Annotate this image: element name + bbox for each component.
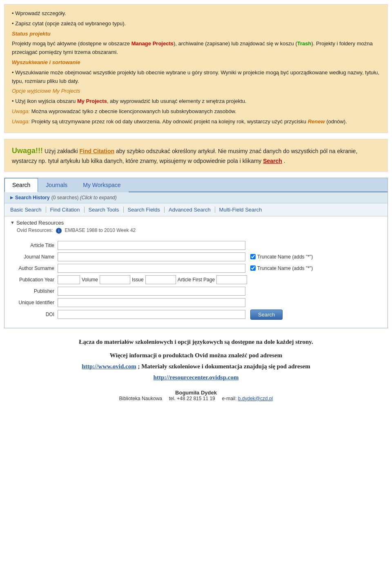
phone: tel. +48 22 815 11 19 xyxy=(169,396,215,401)
selected-resources-triangle: ▼ xyxy=(10,220,15,225)
author-truncate-checkbox[interactable] xyxy=(250,265,256,271)
renew-label: Renew xyxy=(308,118,325,125)
search-tools-link[interactable]: Search Tools xyxy=(85,207,124,213)
article-title-input[interactable] xyxy=(58,241,245,250)
wyszukiwanie-title: Wyszukiwanie i sortowanie xyxy=(12,58,380,67)
author-surname-input[interactable] xyxy=(58,264,245,273)
uwaga-paragraph: Uwaga!!! Użyj zakładki Find Citation aby… xyxy=(12,145,380,166)
footer-section: Bogumiła Dydek Biblioteka Naukowa tel. +… xyxy=(4,390,388,401)
volume-input[interactable] xyxy=(100,275,130,284)
pub-year-label: Publication Year xyxy=(13,277,58,283)
doi-input[interactable] xyxy=(58,310,245,319)
tab-bar: Search Journals My Workspace xyxy=(4,178,388,192)
info-line-2: • Zapisz cytat (opcje zależą od wybraneg… xyxy=(12,20,380,28)
trash-link: Trash xyxy=(297,40,312,47)
library-info: Biblioteka Naukowa tel. +48 22 815 11 19… xyxy=(4,396,388,401)
db-name: EMBASE 1988 to 2010 Week 42 xyxy=(65,227,136,233)
search-history-bar: ▶ Search History (0 searches) (Click to … xyxy=(4,192,388,203)
issue-label: Issue xyxy=(132,277,144,283)
search-history-label[interactable]: Search History xyxy=(15,195,50,201)
opcje-title: Opcje wyjściowe My Projects xyxy=(12,87,380,96)
publisher-input[interactable] xyxy=(58,287,245,296)
ovid-resources-line: Ovid Resources: i EMBASE 1988 to 2010 We… xyxy=(10,227,382,234)
unique-identifier-label: Unique Identifier xyxy=(13,300,58,305)
search-fields-link[interactable]: Search Fields xyxy=(124,207,165,213)
manage-projects-link: Manage Projects xyxy=(131,40,174,47)
tab-search[interactable]: Search xyxy=(4,178,38,192)
pub-year-row: Publication Year Volume Issue Article Fi… xyxy=(13,275,379,284)
uwaga-title: Uwaga!!! xyxy=(12,147,43,155)
author-name: Bogumiła Dydek xyxy=(4,390,388,396)
ovid-label: Ovid Resources: xyxy=(17,227,53,233)
status-text: Projekty mogą być aktywne (dostępne w ob… xyxy=(12,40,380,57)
publisher-label: Publisher xyxy=(13,288,58,294)
find-citation-form: Article Title Journal Name Truncate Name… xyxy=(4,238,388,328)
selected-resources-title: ▼ Selected Resources xyxy=(10,220,382,226)
search-history-expand: (Click to expand) xyxy=(78,195,116,201)
resourcecenter-link[interactable]: http://resourcecenter.ovidsp.com xyxy=(154,374,239,381)
advanced-search-link[interactable]: Advanced Search xyxy=(165,207,215,213)
find-citation-toolbar-link[interactable]: Find Citation xyxy=(46,207,85,213)
search-history-arrow: ▶ xyxy=(10,195,13,200)
info-line-1: • Wprowadź szczegóły. xyxy=(12,9,380,18)
article-first-page-input[interactable] xyxy=(216,275,247,284)
uwaga2-text: Uwaga: Projekty są utrzymywane przez rok… xyxy=(12,118,380,126)
search-btn-container: Search xyxy=(250,310,283,320)
info-box: • Wprowadź szczegóły. • Zapisz cytat (op… xyxy=(4,4,388,133)
search-toolbar: Basic Search Find Citation Search Tools … xyxy=(4,203,388,216)
pub-year-fields: Volume Issue Article First Page xyxy=(58,275,247,284)
search-history-count: (0 searches) xyxy=(51,195,79,201)
author-surname-label: Author Surname xyxy=(13,265,58,271)
journal-truncate-area: Truncate Name (adds "*") xyxy=(250,254,313,260)
journal-name-row: Journal Name Truncate Name (adds "*") xyxy=(13,252,379,261)
info-icon: i xyxy=(56,228,62,234)
selected-resources: ▼ Selected Resources Ovid Resources: i E… xyxy=(4,216,388,238)
uwaga-period: . xyxy=(284,158,285,164)
journal-name-input[interactable] xyxy=(58,252,245,261)
publisher-row: Publisher xyxy=(13,287,379,296)
library-name: Biblioteka Naukowa xyxy=(119,396,162,401)
email-link[interactable]: b.dydek@czd.pl xyxy=(238,396,273,401)
selected-resources-label: Selected Resources xyxy=(16,220,64,226)
issue-input[interactable] xyxy=(145,275,176,284)
search-link-uwaga[interactable]: Search xyxy=(263,158,282,164)
tab-journals[interactable]: Journals xyxy=(38,178,75,192)
pub-year-input[interactable] xyxy=(58,275,80,284)
uwaga1-text: Uwaga: Można wyprowadzać tylko z obecnie… xyxy=(12,107,380,116)
bottom-line2: Więcej informacji o produktach Ovid możn… xyxy=(4,350,388,383)
uwaga-box: Uwaga!!! Użyj zakładki Find Citation aby… xyxy=(4,139,388,172)
ovid-link[interactable]: http://www.ovid.com xyxy=(82,363,136,370)
author-truncate-area: Truncate Name (adds "*") xyxy=(250,265,313,271)
article-title-row: Article Title xyxy=(13,241,379,250)
multi-field-search-link[interactable]: Multi-Field Search xyxy=(215,207,266,213)
article-title-label: Article Title xyxy=(13,243,58,248)
search-button[interactable]: Search xyxy=(250,310,283,320)
bottom-section: Łącza do materiałów szkoleniowych i opcj… xyxy=(4,336,388,383)
doi-label: DOI xyxy=(13,312,58,317)
unique-identifier-input[interactable] xyxy=(58,298,245,307)
author-surname-row: Author Surname Truncate Name (adds "*") xyxy=(13,264,379,273)
journal-truncate-label: Truncate Name (adds "*") xyxy=(257,254,313,260)
doi-row: DOI Search xyxy=(13,310,379,320)
opcje-text: • Użyj ikon wyjścia obszaru My Projects,… xyxy=(12,97,380,106)
email-label: e-mail: xyxy=(222,396,236,401)
basic-search-link[interactable]: Basic Search xyxy=(10,207,46,213)
journal-name-label: Journal Name xyxy=(13,254,58,260)
my-projects-link: My Projects xyxy=(77,98,107,104)
tab-my-workspace[interactable]: My Workspace xyxy=(75,178,128,192)
bottom-line1: Łącza do materiałów szkoleniowych i opcj… xyxy=(4,336,388,348)
find-citation-link[interactable]: Find Citation xyxy=(79,148,114,154)
volume-label: Volume xyxy=(82,277,98,283)
wyszukiwanie-text: • Wyszukiwanie może obejmować wszystkie … xyxy=(12,69,380,86)
article-first-page-label: Article First Page xyxy=(178,277,215,283)
journal-truncate-checkbox[interactable] xyxy=(250,254,256,259)
author-truncate-label: Truncate Name (adds "*") xyxy=(257,265,313,271)
search-interface: Search Journals My Workspace ▶ Search Hi… xyxy=(4,178,388,328)
unique-identifier-row: Unique Identifier xyxy=(13,298,379,307)
uwaga-text1: Użyj zakładki xyxy=(45,148,80,154)
status-title: Status projektu xyxy=(12,30,380,38)
